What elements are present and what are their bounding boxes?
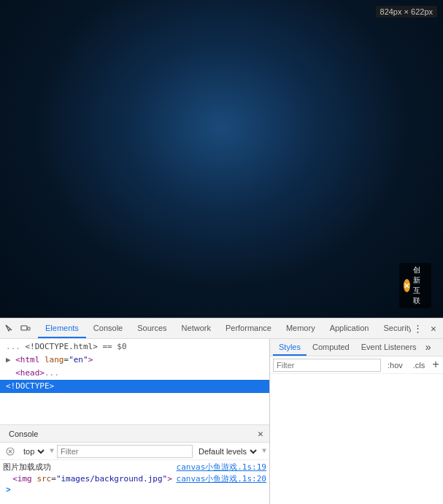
tab-memory[interactable]: Memory — [279, 318, 323, 338]
html-line-head[interactable]: <head>... — [0, 367, 269, 380]
devtools-tab-list: Elements Console Sources Network Perform… — [38, 318, 411, 338]
watermark: ✕ 创新互联 — [399, 263, 431, 308]
devtools-content: ... <!DOCTYPE.html> == $0 ▶ <html lang="… — [0, 339, 443, 504]
browser-viewport: 824px × 622px — [0, 0, 443, 318]
console-log-item-2: <img src="images/background.jpg"> canvas… — [3, 473, 266, 485]
styles-hov-button[interactable]: :hov — [384, 359, 407, 371]
console-tab-bar: Console ✕ — [0, 425, 269, 443]
styles-cls-button[interactable]: .cls — [409, 359, 429, 371]
console-drawer: Console ✕ top ▼ — [0, 424, 269, 504]
console-toolbar: top ▼ Default levels ▼ — [0, 443, 269, 460]
styles-filter-bar: :hov .cls + — [270, 356, 443, 374]
styles-tab-event-listeners[interactable]: Event Listeners — [355, 339, 423, 356]
devtools-toolbar: Elements Console Sources Network Perform… — [0, 318, 443, 339]
console-tab[interactable]: Console — [3, 429, 44, 438]
devtools-settings-icon[interactable]: ⋮ — [411, 322, 424, 335]
tab-elements[interactable]: Elements — [38, 318, 86, 338]
devtools-toolbar-right: ⋮ ✕ — [411, 322, 440, 335]
console-filter-input[interactable] — [57, 445, 193, 458]
console-log-area: 图片加载成功 canvas小鱼游戏.1s:19 <img src="images… — [0, 460, 269, 504]
tab-application[interactable]: Application — [323, 318, 377, 338]
styles-tab-bar: Styles Computed Event Listeners » — [270, 339, 443, 356]
html-tree: ... <!DOCTYPE.html> == $0 ▶ <html lang="… — [0, 339, 269, 424]
devtools-close-button[interactable]: ✕ — [427, 322, 440, 335]
tab-security[interactable]: Security — [376, 318, 411, 338]
html-line-html[interactable]: ▶ <html lang="en"> — [0, 354, 269, 367]
watermark-icon: ✕ — [404, 279, 410, 292]
console-clear-icon[interactable] — [3, 447, 18, 456]
styles-more-tabs[interactable]: » — [423, 342, 434, 354]
elements-panel: ... <!DOCTYPE.html> == $0 ▶ <html lang="… — [0, 339, 270, 504]
size-indicator: 824px × 622px — [376, 6, 437, 18]
svg-rect-0 — [21, 326, 27, 330]
console-log-link-1[interactable]: canvas小鱼游戏.1s:19 — [177, 462, 266, 473]
svg-rect-1 — [28, 327, 30, 330]
console-close-button[interactable]: ✕ — [255, 428, 266, 440]
tab-console[interactable]: Console — [86, 318, 130, 338]
devtools-panel: Elements Console Sources Network Perform… — [0, 318, 443, 504]
console-level-select[interactable]: Default levels — [196, 446, 259, 457]
styles-filter-input[interactable] — [273, 359, 381, 372]
styles-tab-computed[interactable]: Computed — [307, 339, 355, 356]
watermark-label: 创新互联 — [413, 265, 427, 306]
tab-network[interactable]: Network — [174, 318, 218, 338]
console-scope-select[interactable]: top — [20, 446, 47, 457]
styles-panel: Styles Computed Event Listeners » :hov .… — [270, 339, 443, 504]
device-toolbar-icon[interactable] — [19, 322, 32, 335]
toolbar-icons — [3, 322, 32, 335]
styles-tab-styles[interactable]: Styles — [273, 339, 307, 356]
tab-sources[interactable]: Sources — [130, 318, 174, 338]
inspect-element-icon[interactable] — [3, 322, 16, 335]
console-log-link-2[interactable]: canvas小鱼游戏.1s:20 — [177, 473, 266, 485]
html-line-doctype-eq: ... <!DOCTYPE.html> == $0 — [0, 340, 269, 354]
html-line-selected-doctype[interactable]: <!DOCTYPE> — [0, 380, 269, 393]
console-caret-line[interactable]: > — [3, 485, 266, 495]
styles-add-rule-button[interactable]: + — [431, 359, 440, 372]
tab-performance[interactable]: Performance — [218, 318, 279, 338]
console-log-item-1: 图片加载成功 canvas小鱼游戏.1s:19 — [3, 462, 266, 473]
